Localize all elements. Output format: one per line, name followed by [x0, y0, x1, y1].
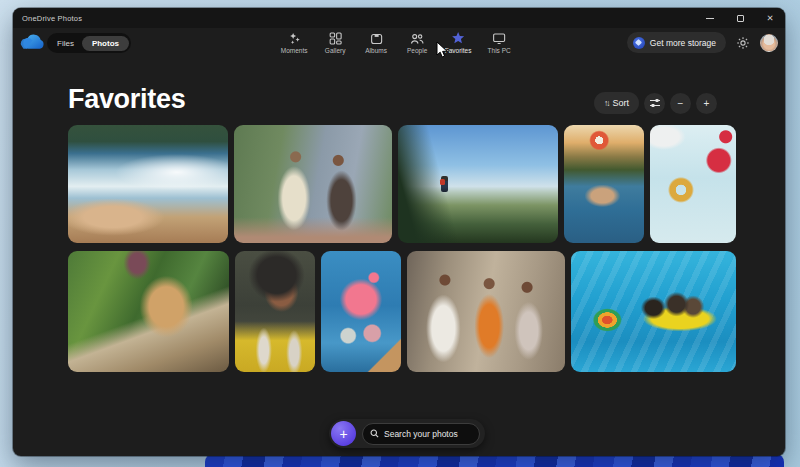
sort-arrows-icon: ↑↓ — [604, 98, 609, 108]
photo-thumbnail[interactable] — [68, 251, 229, 372]
sort-label: Sort — [612, 98, 629, 108]
toggle-photos[interactable]: Photos — [82, 36, 129, 51]
search-bar: + Search your photos — [329, 419, 485, 448]
nav-item-this-pc[interactable]: This PC — [483, 31, 515, 54]
sort-button[interactable]: ↑↓ Sort — [594, 92, 639, 114]
nav-label: This PC — [488, 47, 511, 54]
zoom-in-button[interactable]: + — [696, 93, 717, 114]
account-avatar[interactable] — [760, 34, 778, 52]
window-title: OneDrive Photos — [22, 14, 82, 23]
close-button[interactable]: ✕ — [755, 8, 785, 28]
photo-thumbnail[interactable] — [68, 125, 228, 243]
zoom-out-button[interactable]: − — [670, 93, 691, 114]
filter-button[interactable] — [644, 93, 665, 114]
nav-label: People — [407, 47, 427, 54]
get-more-storage-label: Get more storage — [650, 38, 716, 48]
search-placeholder: Search your photos — [384, 429, 458, 439]
search-input[interactable]: Search your photos — [362, 423, 480, 445]
app-header: Files Photos Moments — [13, 30, 785, 62]
photo-thumbnail[interactable] — [564, 125, 644, 243]
premium-diamond-icon — [633, 37, 645, 49]
mouse-cursor — [436, 41, 449, 59]
maximize-icon — [737, 15, 744, 22]
album-icon — [370, 31, 383, 45]
photo-thumbnail[interactable] — [235, 251, 315, 372]
photo-thumbnail[interactable] — [398, 125, 558, 243]
photo-thumbnail[interactable] — [650, 125, 736, 243]
top-navigation: Moments Gallery — [278, 31, 515, 54]
minimize-icon — [706, 18, 714, 19]
app-window: OneDrive Photos ✕ Files Photos — [13, 8, 785, 456]
close-icon: ✕ — [766, 14, 773, 23]
filter-sliders-icon — [650, 99, 660, 107]
photo-thumbnail[interactable] — [407, 251, 565, 372]
page-title: Favorites — [68, 84, 185, 115]
maximize-button[interactable] — [725, 8, 755, 28]
grid-toolbar: ↑↓ Sort − + — [594, 92, 717, 114]
nav-label: Moments — [281, 47, 308, 54]
photo-thumbnail[interactable] — [234, 125, 392, 243]
nav-label: Albums — [365, 47, 387, 54]
nav-item-moments[interactable]: Moments — [278, 31, 310, 54]
sparkles-icon — [288, 31, 301, 45]
minimize-button[interactable] — [695, 8, 725, 28]
nav-item-albums[interactable]: Albums — [360, 31, 392, 54]
nav-item-people[interactable]: People — [401, 31, 433, 54]
hiker-figure — [441, 176, 448, 192]
people-icon — [410, 31, 424, 45]
grid-icon — [329, 31, 342, 45]
photo-thumbnail[interactable] — [571, 251, 736, 372]
star-icon — [451, 31, 465, 45]
add-button[interactable]: + — [331, 421, 356, 446]
view-toggle: Files Photos — [47, 33, 131, 53]
settings-gear-icon[interactable] — [735, 35, 751, 51]
onedrive-logo-icon — [19, 33, 44, 50]
nav-item-gallery[interactable]: Gallery — [319, 31, 351, 54]
get-more-storage-button[interactable]: Get more storage — [627, 32, 726, 53]
toggle-files[interactable]: Files — [49, 36, 82, 51]
monitor-icon — [492, 31, 506, 45]
photo-grid — [68, 125, 736, 380]
titlebar[interactable]: OneDrive Photos ✕ — [13, 8, 785, 28]
photo-thumbnail[interactable] — [321, 251, 401, 372]
nav-label: Gallery — [325, 47, 346, 54]
search-icon — [370, 429, 379, 438]
